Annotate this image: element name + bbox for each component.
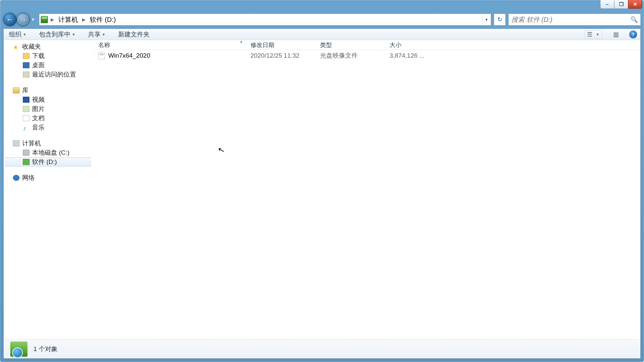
sidebar-item-drive-c[interactable]: 本地磁盘 (C:) <box>4 148 93 157</box>
hard-drive-icon <box>23 150 29 156</box>
organize-menu[interactable]: 组织 ▼ <box>7 29 28 40</box>
sidebar-item-label: 图片 <box>32 105 45 113</box>
sidebar-item-label: 视频 <box>32 95 45 104</box>
navigation-pane: ★ 收藏夹 下载 桌面 最近访问的位置 <box>4 40 93 339</box>
view-mode-group: ☰ ▼ <box>585 30 603 39</box>
libraries-header[interactable]: 库 <box>4 86 93 95</box>
file-date-cell: 2020/12/25 11:32 <box>245 52 315 59</box>
computer-header[interactable]: 计算机 <box>4 139 93 148</box>
sidebar-item-music[interactable]: ♪ 音乐 <box>4 123 93 132</box>
file-row[interactable]: Win7x64_2020 2020/12/25 11:32 光盘映像文件 3,8… <box>93 50 640 61</box>
sidebar-item-pictures[interactable]: 图片 <box>4 104 93 114</box>
computer-group: 计算机 本地磁盘 (C:) 软件 (D:) <box>4 139 93 167</box>
desktop-icon <box>23 62 29 68</box>
help-icon: ? <box>631 31 634 37</box>
view-options-button[interactable]: ☰ <box>586 30 594 38</box>
arrow-left-icon: ← <box>6 15 14 24</box>
arrow-right-icon: → <box>20 15 27 24</box>
preview-pane-icon: ▥ <box>613 31 619 38</box>
breadcrumb-computer[interactable]: 计算机 <box>55 15 81 24</box>
network-header[interactable]: 网络 <box>4 173 93 182</box>
search-input[interactable] <box>511 16 630 24</box>
back-button[interactable]: ← <box>3 13 17 26</box>
favorites-label: 收藏夹 <box>22 42 41 51</box>
breadcrumb-sep-icon: ▶ <box>50 17 55 22</box>
column-label: 大小 <box>390 41 401 49</box>
sidebar-item-desktop[interactable]: 桌面 <box>4 61 93 70</box>
chevron-down-icon: ▼ <box>102 32 106 36</box>
libraries-group: 库 视频 图片 文档 ♪ <box>4 86 93 132</box>
column-date[interactable]: 修改日期 <box>245 40 315 50</box>
drive-icon <box>41 16 48 23</box>
list-view-icon: ☰ <box>587 31 592 38</box>
chevron-down-icon: ▼ <box>596 32 600 36</box>
column-size[interactable]: 大小 <box>384 40 431 50</box>
sidebar-item-label: 文档 <box>32 114 45 123</box>
share-label: 共享 <box>88 30 101 39</box>
include-in-library-menu[interactable]: 包含到库中 ▼ <box>37 29 77 40</box>
maximize-button[interactable]: ❐ <box>614 0 628 9</box>
computer-icon <box>13 140 20 146</box>
sidebar-item-downloads[interactable]: 下载 <box>4 51 93 61</box>
forward-button[interactable]: → <box>17 13 30 26</box>
address-bar[interactable]: ▶ 计算机 ▶ 软件 (D:) ▾ <box>39 14 491 26</box>
explorer-body: ★ 收藏夹 下载 桌面 最近访问的位置 <box>4 40 640 339</box>
file-size-cell: 3,874,126 ... <box>384 52 431 59</box>
pictures-icon <box>23 106 29 112</box>
column-type[interactable]: 类型 <box>315 40 384 50</box>
view-dropdown[interactable]: ▼ <box>594 30 602 38</box>
hard-drive-icon <box>23 159 29 165</box>
explorer-window: – ❐ ✕ ← → ▼ ▶ 计算机 ▶ 软件 (D:) ▾ ↻ 🔍 <box>0 0 644 362</box>
file-list-pane: 名称 ▴ 修改日期 类型 大小 Win7 <box>93 40 640 339</box>
breadcrumb-drive-d[interactable]: 软件 (D:) <box>86 15 119 24</box>
file-name-cell: Win7x64_2020 <box>93 52 245 59</box>
sidebar-item-recent[interactable]: 最近访问的位置 <box>4 70 93 79</box>
refresh-button[interactable]: ↻ <box>494 14 506 26</box>
search-icon: 🔍 <box>630 16 638 23</box>
search-box[interactable]: 🔍 <box>508 14 641 26</box>
address-dropdown[interactable]: ▾ <box>482 15 490 25</box>
window-controls: – ❐ ✕ <box>600 0 642 9</box>
sidebar-item-label: 音乐 <box>32 123 45 132</box>
share-menu[interactable]: 共享 ▼ <box>86 29 108 40</box>
iso-file-icon <box>98 52 105 59</box>
favorites-header[interactable]: ★ 收藏夹 <box>4 42 93 51</box>
network-group: 网络 <box>4 173 93 182</box>
details-pane: 1 个对象 <box>4 339 640 358</box>
preview-pane-button[interactable]: ▥ <box>611 30 621 38</box>
favorites-group: ★ 收藏夹 下载 桌面 最近访问的位置 <box>4 42 93 79</box>
client-area: 组织 ▼ 包含到库中 ▼ 共享 ▼ 新建文件夹 ☰ ▼ <box>3 28 641 359</box>
refresh-icon: ↻ <box>497 16 502 23</box>
close-button[interactable]: ✕ <box>628 0 642 9</box>
sort-asc-icon: ▴ <box>240 39 242 44</box>
drive-large-icon <box>10 341 27 357</box>
recent-places-icon <box>23 72 29 78</box>
videos-icon <box>23 97 29 103</box>
sidebar-item-videos[interactable]: 视频 <box>4 95 93 104</box>
include-label: 包含到库中 <box>39 30 70 39</box>
minimize-button[interactable]: – <box>600 0 614 9</box>
sidebar-item-drive-d[interactable]: 软件 (D:) <box>5 157 91 167</box>
organize-label: 组织 <box>9 30 22 39</box>
command-bar: 组织 ▼ 包含到库中 ▼ 共享 ▼ 新建文件夹 ☰ ▼ <box>4 29 640 40</box>
nav-history-dropdown[interactable]: ▼ <box>30 17 36 22</box>
sidebar-item-label: 下载 <box>32 52 45 60</box>
help-button[interactable]: ? <box>629 30 637 38</box>
sidebar-item-label: 桌面 <box>32 61 45 70</box>
network-label: 网络 <box>22 174 35 182</box>
computer-label: 计算机 <box>22 139 41 148</box>
newfolder-label: 新建文件夹 <box>118 30 150 39</box>
navigation-row: ← → ▼ ▶ 计算机 ▶ 软件 (D:) ▾ ↻ 🔍 <box>3 13 641 26</box>
object-count: 1 个对象 <box>33 345 58 353</box>
chevron-down-icon: ▼ <box>72 32 75 36</box>
new-folder-button[interactable]: 新建文件夹 <box>116 29 152 40</box>
downloads-icon <box>23 53 29 59</box>
sidebar-item-label: 软件 (D:) <box>32 158 57 166</box>
column-name[interactable]: 名称 ▴ <box>93 40 245 50</box>
column-headers: 名称 ▴ 修改日期 类型 大小 <box>93 40 640 50</box>
file-type-cell: 光盘映像文件 <box>315 51 384 60</box>
breadcrumb-sep-icon: ▶ <box>81 17 86 22</box>
file-name: Win7x64_2020 <box>108 52 150 59</box>
sidebar-item-documents[interactable]: 文档 <box>4 114 93 123</box>
libraries-label: 库 <box>22 86 28 95</box>
